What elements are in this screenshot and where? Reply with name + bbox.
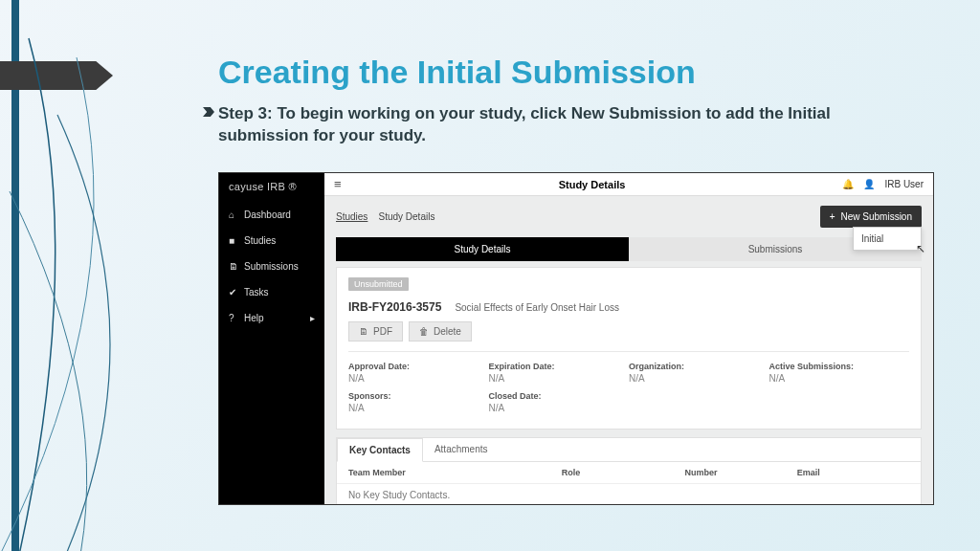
slide-step-text: Step 3: To begin working on your study, … [218,103,888,147]
user-name: IRB User [884,179,924,189]
sidebar-item-help[interactable]: ? Help ▸ [229,305,315,331]
study-name: Social Effects of Early Onset Hair Loss [455,302,619,313]
status-badge: Unsubmitted [348,277,409,291]
contacts-empty: No Key Study Contacts. [337,484,921,505]
new-submission-label: New Submission [841,211,912,222]
check-icon: ✔ [229,287,238,298]
study-meta: Approval Date:N/A Expiration Date:N/A Or… [348,351,909,425]
sidebar-item-submissions[interactable]: 🗎 Submissions [229,253,315,279]
sidebar-item-label: Submissions [244,261,299,272]
app-brand: cayuse IRB ® [229,181,315,192]
study-id: IRB-FY2016-3575 [348,300,441,314]
subtab-key-contacts[interactable]: Key Contacts [337,438,423,462]
folder-icon: ■ [229,235,238,246]
sidebar-item-label: Studies [244,235,276,246]
breadcrumb-current: Study Details [378,211,434,222]
sidebar-item-tasks[interactable]: ✔ Tasks [229,279,315,305]
breadcrumb: Studies Study Details [336,211,434,222]
pdf-button[interactable]: 🗎 PDF [348,321,403,342]
col-team-member: Team Member [348,468,562,477]
meta-value: N/A [348,373,489,384]
new-submission-dropdown-item[interactable]: Initial [853,227,922,251]
meta-value: N/A [489,373,630,384]
delete-button[interactable]: 🗑 Delete [409,321,472,342]
slide-marker [0,61,113,90]
meta-label: Approval Date: [348,362,489,371]
meta-label: Closed Date: [489,391,630,401]
sidebar-item-label: Help [244,313,264,323]
col-number: Number [685,468,797,477]
tab-study-details[interactable]: Study Details [336,237,629,261]
contacts-header: Team Member Role Number Email [337,462,921,484]
meta-value: N/A [629,373,769,384]
app-sidebar: cayuse IRB ® ⌂ Dashboard ■ Studies 🗎 Sub… [219,173,324,504]
breadcrumb-row: Studies Study Details + New Submission [324,196,933,237]
chevron-right-icon: ▸ [310,313,315,323]
col-role: Role [562,468,685,477]
bullet-icon [203,107,214,117]
page-title: Study Details [342,179,843,190]
question-icon: ? [229,313,238,323]
meta-label: Active Submissions: [769,362,910,371]
document-icon: 🗎 [229,261,238,272]
home-icon: ⌂ [229,209,238,220]
meta-value: N/A [489,403,630,413]
sidebar-item-label: Tasks [244,287,269,298]
slide-title: Creating the Initial Submission [218,54,696,91]
cursor-icon: ↖ [916,242,925,255]
plus-icon: + [830,211,835,222]
delete-label: Delete [434,326,461,337]
pdf-label: PDF [373,326,392,337]
hamburger-icon[interactable]: ≡ [334,177,342,191]
meta-value: N/A [769,373,910,384]
app-screenshot: cayuse IRB ® ⌂ Dashboard ■ Studies 🗎 Sub… [218,172,934,505]
pdf-icon: 🗎 [359,326,368,337]
new-submission-button[interactable]: + New Submission [820,206,922,228]
meta-label: Sponsors: [348,391,489,401]
study-panel: Unsubmitted IRB-FY2016-3575 Social Effec… [336,267,922,430]
sidebar-item-label: Dashboard [244,209,291,220]
bell-icon[interactable]: 🔔 [842,179,854,189]
user-icon[interactable]: 👤 [863,179,875,189]
subtab-attachments[interactable]: Attachments [423,438,500,461]
meta-value: N/A [348,403,489,413]
sidebar-item-dashboard[interactable]: ⌂ Dashboard [229,202,315,228]
sidebar-item-studies[interactable]: ■ Studies [229,228,315,253]
contacts-panel: Key Contacts Attachments Team Member Rol… [336,437,922,505]
trash-icon: 🗑 [419,326,429,337]
topbar: ≡ Study Details 🔔 👤 IRB User [324,173,933,196]
col-email: Email [797,468,909,477]
meta-label: Organization: [629,362,769,371]
meta-label: Expiration Date: [489,362,630,371]
breadcrumb-root[interactable]: Studies [336,211,368,222]
main-tabs: Study Details Submissions [336,237,922,261]
app-main: ≡ Study Details 🔔 👤 IRB User Studies Stu… [324,173,933,504]
